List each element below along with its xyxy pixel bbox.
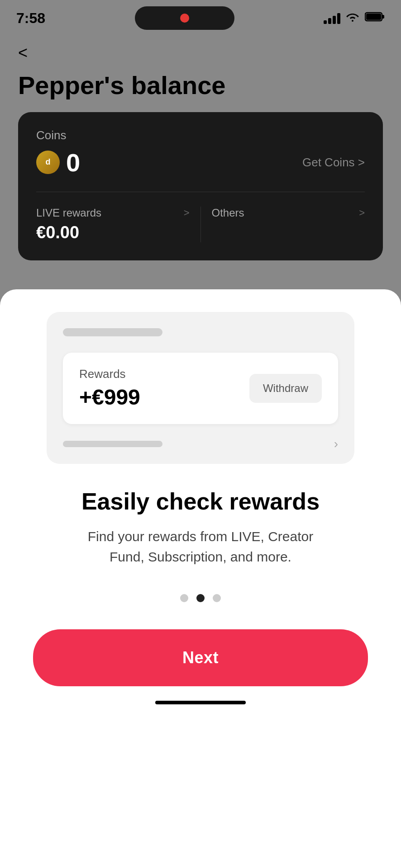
dot-1 xyxy=(180,594,188,602)
coins-label: Coins xyxy=(36,128,365,142)
card-top-bar xyxy=(63,328,162,336)
status-icons xyxy=(324,11,385,25)
balance-card: Coins d 0 Get Coins > LIVE rewards > € xyxy=(18,112,383,260)
main-heading: Easily check rewards xyxy=(81,487,320,515)
card-rewards-label: Rewards xyxy=(79,367,140,381)
card-chevron-icon: › xyxy=(334,437,338,451)
background-page: < Pepper's balance Coins d 0 Get Coins >… xyxy=(0,34,401,260)
others-label: Others > xyxy=(212,207,365,219)
coins-left: d 0 xyxy=(36,148,80,177)
live-rewards-label: LIVE rewards > xyxy=(36,207,190,219)
live-rewards-value: €0.00 xyxy=(36,223,190,242)
bottom-sheet: Rewards +€999 Withdraw › Easily check re… xyxy=(0,289,401,868)
coins-value: 0 xyxy=(66,148,80,177)
card-bottom-row: › xyxy=(63,437,338,451)
dot-3 xyxy=(213,594,221,602)
status-pill xyxy=(135,6,234,30)
svg-text:d: d xyxy=(46,157,51,166)
coins-row: d 0 Get Coins > xyxy=(36,148,365,192)
card-rewards-info: Rewards +€999 xyxy=(79,367,140,410)
pagination-dots xyxy=(180,594,221,602)
card-rewards-value: +€999 xyxy=(79,385,140,410)
get-coins-link[interactable]: Get Coins > xyxy=(302,156,365,170)
next-button[interactable]: Next xyxy=(33,629,368,686)
battery-icon xyxy=(365,11,385,25)
status-pill-dot xyxy=(180,14,189,23)
rewards-row: LIVE rewards > €0.00 Others > xyxy=(36,207,365,260)
status-bar: 7:58 xyxy=(0,0,401,34)
card-illustration: Rewards +€999 Withdraw › xyxy=(47,312,354,464)
signal-icon xyxy=(324,12,340,24)
dot-2 xyxy=(196,594,205,602)
card-withdraw-button[interactable]: Withdraw xyxy=(249,374,322,403)
svg-rect-1 xyxy=(366,14,381,20)
status-time: 7:58 xyxy=(16,10,45,27)
svg-rect-2 xyxy=(382,15,384,19)
back-button[interactable]: < xyxy=(18,43,383,62)
coin-icon: d xyxy=(36,151,60,174)
home-indicator xyxy=(155,701,246,704)
card-bottom-bar xyxy=(63,441,162,447)
card-white-box: Rewards +€999 Withdraw xyxy=(63,353,338,424)
page-title: Pepper's balance xyxy=(18,71,383,99)
others-col[interactable]: Others > xyxy=(201,207,365,242)
live-rewards-col[interactable]: LIVE rewards > €0.00 xyxy=(36,207,201,242)
wifi-icon xyxy=(346,11,359,25)
main-subtext: Find your rewards from LIVE, Creator Fun… xyxy=(69,526,332,567)
